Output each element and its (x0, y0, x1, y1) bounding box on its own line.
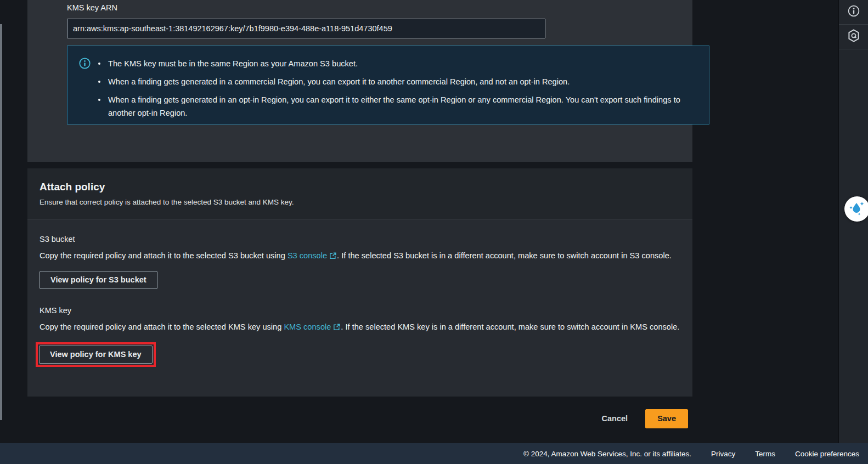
s3-bucket-instructions: Copy the required policy and attach it t… (40, 248, 682, 264)
alert-bullet: The KMS key must be in the same Region a… (96, 57, 689, 70)
form-actions: Cancel Save (27, 408, 692, 429)
s3-console-link[interactable]: S3 console (288, 251, 327, 260)
aws-guardduty-export-settings-page: { "colors": { "link_accent": "#44b9d6", … (0, 0, 868, 464)
export-settings-panel: S3 path preview: s3-malware-gd/AWSLogs/3… (27, 0, 692, 162)
external-link-icon (333, 321, 340, 335)
droplet-sparkle-icon (848, 199, 866, 219)
attach-policy-title: Attach policy (40, 181, 680, 193)
right-side-toolbar (838, 0, 868, 443)
help-panel-toggle[interactable] (839, 0, 868, 25)
annotation-highlight-box: View policy for KMS key (36, 342, 156, 367)
console-footer: © 2024, Amazon Web Services, Inc. or its… (0, 443, 868, 464)
left-scrollbar[interactable] (0, 24, 2, 420)
kms-key-label: KMS key (40, 306, 680, 315)
s3-instructions-text: . If the selected S3 bucket is in a diff… (337, 251, 672, 260)
attach-policy-card: Attach policy Ensure that correct policy… (27, 168, 692, 397)
cookie-preferences-link[interactable]: Cookie preferences (795, 450, 859, 458)
kms-console-link[interactable]: KMS console (284, 322, 331, 331)
info-circle-icon (848, 5, 860, 19)
cancel-button[interactable]: Cancel (602, 414, 628, 423)
kms-key-instructions: Copy the required policy and attach it t… (40, 320, 682, 335)
alert-bullet-list: The KMS key must be in the same Region a… (96, 57, 689, 125)
new-feature-droplet-badge[interactable] (844, 196, 868, 222)
attach-policy-header: Attach policy Ensure that correct policy… (27, 168, 692, 219)
view-policy-s3-button[interactable]: View policy for S3 bucket (40, 271, 157, 289)
amazon-q-icon (848, 29, 860, 44)
terms-link[interactable]: Terms (755, 450, 775, 458)
attach-policy-body: S3 bucket Copy the required policy and a… (27, 219, 692, 367)
kms-instructions-text: . If the selected KMS key is in a differ… (341, 322, 679, 331)
alert-bullet: When a finding gets generated in an opt-… (96, 93, 689, 120)
attach-policy-description: Ensure that correct policy is attached t… (40, 198, 680, 206)
amazon-q-panel-toggle[interactable] (839, 25, 868, 49)
alert-bullet: When a finding gets generated in a comme… (96, 75, 689, 88)
kms-key-arn-input[interactable] (67, 19, 545, 38)
save-button[interactable]: Save (645, 409, 688, 428)
kms-key-arn-label: KMS key ARN (67, 3, 117, 12)
s3-instructions-text: Copy the required policy and attach it t… (40, 251, 285, 260)
view-policy-kms-button[interactable]: View policy for KMS key (39, 346, 153, 364)
external-link-icon (329, 250, 336, 264)
copyright-text: © 2024, Amazon Web Services, Inc. or its… (523, 450, 691, 458)
s3-bucket-label: S3 bucket (40, 235, 680, 244)
privacy-link[interactable]: Privacy (711, 450, 735, 458)
info-alert: The KMS key must be in the same Region a… (67, 46, 709, 125)
info-icon (79, 58, 91, 71)
kms-instructions-text: Copy the required policy and attach it t… (40, 322, 281, 331)
